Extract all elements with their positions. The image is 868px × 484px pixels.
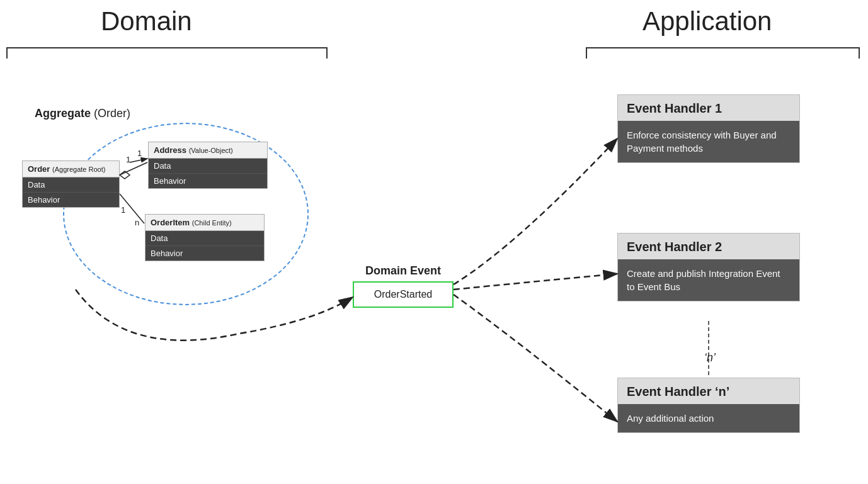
application-bracket — [586, 47, 860, 59]
handler1-body: Enforce consistency with Buyer and Payme… — [618, 121, 799, 162]
handler2-body: Create and publish Integration Event to … — [618, 259, 799, 301]
aggregate-label: Aggregate (Order) — [35, 107, 130, 120]
main-container: Domain Application Aggregate (Order) Ord… — [0, 0, 868, 484]
application-title: Application — [642, 6, 772, 37]
address-box-header: Address (Value-Object) — [149, 142, 267, 159]
domain-bracket — [6, 47, 328, 59]
handler1-title: Event Handler 1 — [618, 95, 799, 121]
event-handler-1: Event Handler 1 Enforce consistency with… — [617, 94, 800, 163]
order-box: Order (Aggregate Root) Data Behavior — [22, 160, 120, 208]
orderitem-box-header: OrderItem (Child Entity) — [146, 215, 264, 231]
handler2-title: Event Handler 2 — [618, 234, 799, 259]
handlern-title: Event Handler ‘n’ — [618, 378, 799, 404]
address-title: Address — [154, 145, 186, 155]
orderitem-subtitle: (Child Entity) — [192, 219, 232, 227]
address-subtitle: (Value-Object) — [189, 147, 233, 154]
order-behavior-row: Behavior — [23, 193, 119, 207]
handlern-body: Any additional action — [618, 404, 799, 432]
orderitem-box: OrderItem (Child Entity) Data Behavior — [145, 214, 265, 261]
orderitem-title: OrderItem — [151, 218, 190, 227]
aggregate-paren: (Order) — [94, 107, 130, 120]
order-title: Order — [28, 164, 50, 174]
domain-event-label: Domain Event — [353, 264, 454, 278]
orderitem-behavior-row: Behavior — [146, 246, 264, 261]
address-box: Address (Value-Object) Data Behavior — [148, 142, 268, 189]
event-handler-2: Event Handler 2 Create and publish Integ… — [617, 233, 800, 301]
address-behavior-row: Behavior — [149, 174, 267, 188]
event-handler-n: Event Handler ‘n’ Any additional action — [617, 378, 800, 433]
aggregate-strong: Aggregate — [35, 107, 91, 120]
domain-title: Domain — [101, 6, 192, 37]
domain-event-container: Domain Event OrderStarted — [353, 264, 454, 308]
domain-event-box: OrderStarted — [353, 281, 454, 308]
orderitem-data-row: Data — [146, 231, 264, 246]
address-data-row: Data — [149, 159, 267, 174]
order-subtitle: (Aggregate Root) — [52, 166, 105, 173]
n-label: ‘n’ — [704, 351, 716, 364]
order-data-row: Data — [23, 177, 119, 193]
order-box-header: Order (Aggregate Root) — [23, 161, 119, 177]
